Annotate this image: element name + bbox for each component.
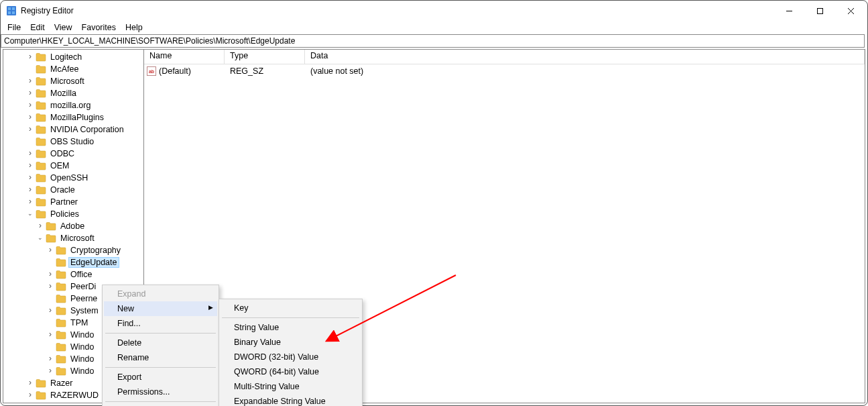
ctx-new-multi[interactable]: Multi-String Value xyxy=(221,379,361,394)
ctx-new-string[interactable]: String Value xyxy=(221,320,361,335)
tree-item-label: Peerne xyxy=(69,294,99,303)
context-menu-new: Key String Value Binary Value DWORD (32-… xyxy=(219,299,363,406)
chevron-icon[interactable] xyxy=(26,173,34,183)
tree-item-microsoft[interactable]: Microsoft xyxy=(3,232,143,244)
tree-item-obs-studio[interactable]: OBS Studio xyxy=(3,136,143,148)
tree-item-partner[interactable]: Partner xyxy=(3,196,143,208)
window-title: Registry Editor xyxy=(21,6,74,15)
chevron-icon[interactable] xyxy=(46,270,54,279)
ctx-new-dword[interactable]: DWORD (32-bit) Value xyxy=(221,350,361,364)
ctx-delete[interactable]: Delete xyxy=(104,336,217,350)
folder-icon xyxy=(56,306,66,315)
chevron-icon[interactable] xyxy=(46,366,54,376)
tree-item-label: Windo xyxy=(69,354,95,364)
folder-icon xyxy=(46,234,56,243)
minimize-button[interactable] xyxy=(773,1,804,21)
tree-item-label: MozillaPlugins xyxy=(49,113,105,122)
ctx-new-qword[interactable]: QWORD (64-bit) Value xyxy=(221,364,361,379)
menubar: File Edit View Favorites Help xyxy=(1,21,867,34)
col-header-name[interactable]: Name xyxy=(144,50,225,64)
tree-item-oem[interactable]: OEM xyxy=(3,160,143,172)
tree-item-label: Office xyxy=(69,270,93,279)
chevron-icon[interactable] xyxy=(26,211,34,217)
value-name: (Default) xyxy=(159,66,191,76)
svg-rect-3 xyxy=(8,11,11,14)
chevron-icon[interactable] xyxy=(46,306,54,315)
folder-icon xyxy=(36,185,46,195)
tree-item-odbc[interactable]: ODBC xyxy=(3,148,143,160)
ctx-find[interactable]: Find... xyxy=(104,316,217,331)
chevron-icon[interactable] xyxy=(46,282,54,291)
tree-item-label: mozilla.org xyxy=(49,101,92,110)
value-data: (value not set) xyxy=(305,66,865,76)
value-row[interactable]: ab(Default)REG_SZ(value not set) xyxy=(144,64,865,78)
tree-item-mcafee[interactable]: McAfee xyxy=(3,63,143,75)
tree-item-office[interactable]: Office xyxy=(3,268,143,281)
menu-file[interactable]: File xyxy=(3,21,25,34)
tree-item-label: Partner xyxy=(49,197,79,207)
regedit-icon xyxy=(6,5,17,16)
tree-item-cryptography[interactable]: Cryptography xyxy=(3,244,143,256)
menu-view[interactable]: View xyxy=(50,21,76,34)
tree-item-oracle[interactable]: Oracle xyxy=(3,184,143,196)
chevron-icon[interactable] xyxy=(26,52,34,62)
ctx-new-expand[interactable]: Expandable String Value xyxy=(221,394,361,406)
tree-item-mozilla[interactable]: Mozilla xyxy=(3,87,143,99)
col-header-data[interactable]: Data xyxy=(305,50,865,64)
chevron-icon[interactable] xyxy=(26,161,34,170)
titlebar: Registry Editor xyxy=(1,1,867,21)
chevron-icon[interactable] xyxy=(36,235,44,242)
tree-item-label: Microsoft xyxy=(59,234,96,243)
chevron-icon[interactable] xyxy=(36,221,44,231)
chevron-icon[interactable] xyxy=(26,149,34,158)
chevron-icon[interactable] xyxy=(26,197,34,207)
folder-icon xyxy=(36,77,46,86)
close-button[interactable] xyxy=(835,1,866,21)
chevron-icon[interactable] xyxy=(46,246,54,255)
folder-icon xyxy=(36,173,46,183)
tree-item-openssh[interactable]: OpenSSH xyxy=(3,172,143,184)
folder-icon xyxy=(56,318,66,327)
tree-item-label: Windo xyxy=(69,366,95,376)
tree-item-label: Windo xyxy=(69,342,95,352)
folder-icon xyxy=(36,113,46,122)
ctx-new-binary[interactable]: Binary Value xyxy=(221,335,361,350)
tree-item-edgeupdate[interactable]: EdgeUpdate xyxy=(3,256,143,268)
chevron-icon[interactable] xyxy=(26,391,34,400)
folder-icon xyxy=(36,137,46,146)
menu-favorites[interactable]: Favorites xyxy=(78,21,120,34)
chevron-icon[interactable] xyxy=(46,354,54,364)
col-header-type[interactable]: Type xyxy=(225,50,305,64)
chevron-icon[interactable] xyxy=(26,125,34,134)
chevron-icon[interactable] xyxy=(26,378,34,388)
chevron-icon[interactable] xyxy=(26,185,34,195)
tree-item-microsoft[interactable]: Microsoft xyxy=(3,75,143,87)
tree-item-nvidia-corporation[interactable]: NVIDIA Corporation xyxy=(3,123,143,136)
tree-item-label: Cryptography xyxy=(69,246,122,255)
tree-item-label: OpenSSH xyxy=(49,173,89,183)
submenu-arrow-icon: ▶ xyxy=(208,304,213,311)
maximize-button[interactable] xyxy=(804,1,835,21)
chevron-icon[interactable] xyxy=(46,330,54,340)
ctx-rename[interactable]: Rename xyxy=(104,350,217,365)
tree-item-adobe[interactable]: Adobe xyxy=(3,220,143,232)
menu-help[interactable]: Help xyxy=(121,21,147,34)
chevron-icon[interactable] xyxy=(26,89,34,98)
window-controls xyxy=(773,1,866,21)
ctx-new-key[interactable]: Key xyxy=(221,301,361,315)
ctx-export[interactable]: Export xyxy=(104,370,217,385)
tree-item-label: Razer xyxy=(49,378,74,388)
folder-icon xyxy=(36,161,46,170)
tree-item-label: OEM xyxy=(49,161,70,170)
menu-edit[interactable]: Edit xyxy=(26,21,49,34)
tree-item-policies[interactable]: Policies xyxy=(3,208,143,220)
tree-item-mozillaplugins[interactable]: MozillaPlugins xyxy=(3,111,143,123)
chevron-icon[interactable] xyxy=(26,77,34,86)
tree-item-mozilla-org[interactable]: mozilla.org xyxy=(3,99,143,111)
ctx-permissions[interactable]: Permissions... xyxy=(104,385,217,399)
chevron-icon[interactable] xyxy=(26,101,34,110)
chevron-icon[interactable] xyxy=(26,113,34,122)
tree-item-logitech[interactable]: Logitech xyxy=(3,51,143,63)
ctx-new[interactable]: New▶ xyxy=(104,301,217,316)
address-bar[interactable]: Computer\HKEY_LOCAL_MACHINE\SOFTWARE\Pol… xyxy=(1,34,865,48)
